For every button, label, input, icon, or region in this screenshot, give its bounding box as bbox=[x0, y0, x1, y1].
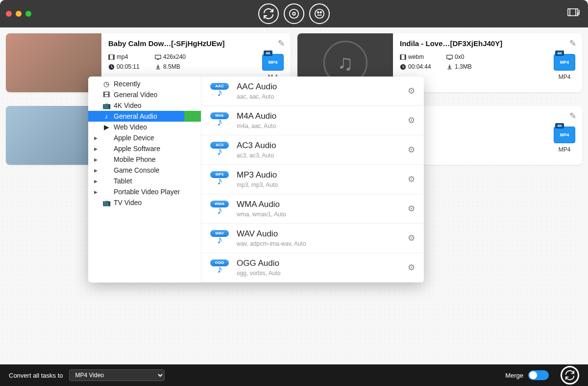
format-name: AC3 Audio bbox=[237, 141, 401, 151]
category-label: Apple Device bbox=[114, 134, 154, 142]
top-tabs bbox=[258, 3, 330, 24]
svg-point-3 bbox=[318, 12, 319, 13]
format-icon: OGG♪ bbox=[210, 259, 230, 276]
format-icon: AAC♪ bbox=[210, 83, 230, 100]
merge-toggle[interactable] bbox=[528, 370, 549, 380]
card-thumbnail bbox=[6, 106, 101, 165]
svg-point-4 bbox=[320, 12, 321, 13]
category-item[interactable]: ▸Apple Device bbox=[88, 132, 201, 143]
convert-tab-icon[interactable] bbox=[258, 3, 279, 24]
format-name: AAC Audio bbox=[237, 82, 401, 92]
format-item[interactable]: MP3♪ MP3 Audiomp3, mp3, Auto ⚙ bbox=[201, 165, 424, 194]
gear-icon[interactable]: ⚙ bbox=[408, 174, 415, 184]
format-icon: WAV♪ bbox=[210, 230, 230, 247]
category-item[interactable]: ▸Tablet bbox=[88, 176, 201, 186]
category-icon: ▶ bbox=[102, 123, 111, 131]
category-label: General Video bbox=[114, 91, 157, 99]
category-label: Mobile Phone bbox=[114, 155, 156, 163]
gear-icon[interactable]: ⚙ bbox=[408, 115, 415, 126]
content-area: Baby Calm Dow…[-SFjHgHzUEw] ✎ mp4 426x24… bbox=[0, 27, 588, 364]
close-window-button[interactable] bbox=[6, 11, 12, 17]
playlist-icon[interactable] bbox=[567, 7, 582, 21]
format-item[interactable]: WMA♪ WMA Audiowma, wmav1, Auto ⚙ bbox=[201, 194, 424, 224]
gear-icon[interactable]: ⚙ bbox=[408, 262, 415, 273]
edit-icon[interactable]: ✎ bbox=[569, 38, 576, 49]
format-list: AAC♪ AAC Audioaac, aac, Auto ⚙M4A♪ M4A A… bbox=[201, 77, 424, 283]
media-tab-icon[interactable] bbox=[309, 3, 330, 24]
category-icon: 📺 bbox=[102, 102, 111, 109]
caret-icon: ▸ bbox=[94, 188, 99, 196]
caret-icon: ▸ bbox=[94, 166, 99, 174]
format-item[interactable]: M4A♪ M4A Audiom4a, aac, Auto ⚙ bbox=[201, 106, 424, 135]
gear-icon[interactable]: ⚙ bbox=[408, 204, 415, 214]
category-item[interactable]: 📺4K Video bbox=[88, 100, 201, 111]
category-label: 4K Video bbox=[114, 102, 142, 109]
category-item[interactable]: ▸Apple Software bbox=[88, 143, 201, 154]
output-format-badge[interactable]: MP4 MP4 bbox=[554, 127, 575, 153]
meta-format: mp4 bbox=[108, 53, 155, 60]
category-label: Portable Video Player bbox=[114, 188, 180, 196]
category-item[interactable]: 📺TV Video bbox=[88, 197, 201, 208]
maximize-window-button[interactable] bbox=[25, 11, 31, 17]
format-name: OGG Audio bbox=[237, 258, 401, 268]
category-label: TV Video bbox=[114, 199, 142, 206]
meta-duration: 00:05:11 bbox=[108, 63, 155, 70]
card-title: Indila - Love…[DF3XjEhJ40Y] bbox=[400, 39, 575, 48]
gear-icon[interactable]: ⚙ bbox=[408, 86, 415, 96]
category-label: Game Console bbox=[114, 166, 159, 174]
format-sub: mp3, mp3, Auto bbox=[237, 181, 401, 188]
format-sub: ac3, ac3, Auto bbox=[237, 152, 401, 159]
card-title: Baby Calm Dow…[-SFjHgHzUEw] bbox=[108, 39, 284, 48]
format-dropdown: ◷Recently🎞General Video📺4K Video♪General… bbox=[88, 77, 424, 283]
start-convert-button[interactable] bbox=[561, 366, 579, 385]
card-thumbnail bbox=[6, 33, 101, 92]
output-format-badge[interactable]: MP4 MP4 bbox=[554, 54, 575, 80]
category-icon: 🎞 bbox=[102, 91, 111, 99]
window-controls bbox=[6, 11, 31, 17]
meta-size: 8.5MB bbox=[155, 63, 201, 70]
footer-bar: Convert all tasks to MP4 Video Merge bbox=[0, 364, 588, 386]
svg-point-2 bbox=[315, 9, 324, 18]
caret-icon: ▸ bbox=[94, 134, 99, 142]
category-icon: ◷ bbox=[102, 80, 111, 88]
caret-icon: ▸ bbox=[94, 177, 99, 185]
category-item[interactable]: ♪General Audio bbox=[88, 111, 201, 122]
format-sub: wav, adpcm-ima-wav, Auto bbox=[237, 240, 401, 247]
svg-rect-5 bbox=[568, 9, 578, 16]
edit-icon[interactable]: ✎ bbox=[278, 38, 285, 49]
svg-point-0 bbox=[290, 9, 298, 18]
caret-icon: ▸ bbox=[94, 155, 99, 163]
gear-icon[interactable]: ⚙ bbox=[408, 145, 415, 155]
format-item[interactable]: AAC♪ AAC Audioaac, aac, Auto ⚙ bbox=[201, 77, 424, 106]
category-item[interactable]: ▸Game Console bbox=[88, 165, 201, 176]
category-item[interactable]: 🎞General Video bbox=[88, 89, 201, 100]
svg-point-1 bbox=[293, 12, 295, 15]
format-icon: AC3♪ bbox=[210, 142, 230, 158]
category-item[interactable]: ▸Portable Video Player bbox=[88, 186, 201, 197]
format-icon: M4A♪ bbox=[210, 112, 230, 129]
convert-all-label: Convert all tasks to bbox=[9, 372, 63, 379]
category-item[interactable]: ▶Web Video bbox=[88, 122, 201, 132]
meta-resolution: 0x0 bbox=[446, 53, 493, 60]
category-item[interactable]: ◷Recently bbox=[88, 78, 201, 89]
category-label: Web Video bbox=[114, 123, 147, 131]
format-item[interactable]: OGG♪ OGG Audioogg, vorbis, Auto ⚙ bbox=[201, 253, 424, 283]
format-item[interactable]: AC3♪ AC3 Audioac3, ac3, Auto ⚙ bbox=[201, 135, 424, 165]
format-item[interactable]: WAV♪ WAV Audiowav, adpcm-ima-wav, Auto ⚙ bbox=[201, 224, 424, 253]
caret-icon: ▸ bbox=[94, 145, 99, 153]
svg-rect-12 bbox=[400, 54, 401, 59]
titlebar bbox=[0, 0, 588, 27]
disc-tab-icon[interactable] bbox=[284, 3, 304, 24]
meta-resolution: 426x240 bbox=[155, 53, 201, 60]
edit-icon[interactable]: ✎ bbox=[569, 111, 576, 121]
minimize-window-button[interactable] bbox=[16, 11, 22, 17]
gear-icon[interactable]: ⚙ bbox=[408, 233, 415, 243]
svg-rect-8 bbox=[113, 54, 114, 59]
category-icon: ♪ bbox=[102, 112, 111, 120]
category-label: Apple Software bbox=[114, 145, 160, 153]
meta-duration: 00:04:44 bbox=[400, 63, 446, 70]
format-name: MP3 Audio bbox=[237, 170, 401, 180]
category-item[interactable]: ▸Mobile Phone bbox=[88, 154, 201, 165]
output-format-select[interactable]: MP4 Video bbox=[69, 369, 165, 381]
meta-format: webm bbox=[400, 53, 446, 60]
